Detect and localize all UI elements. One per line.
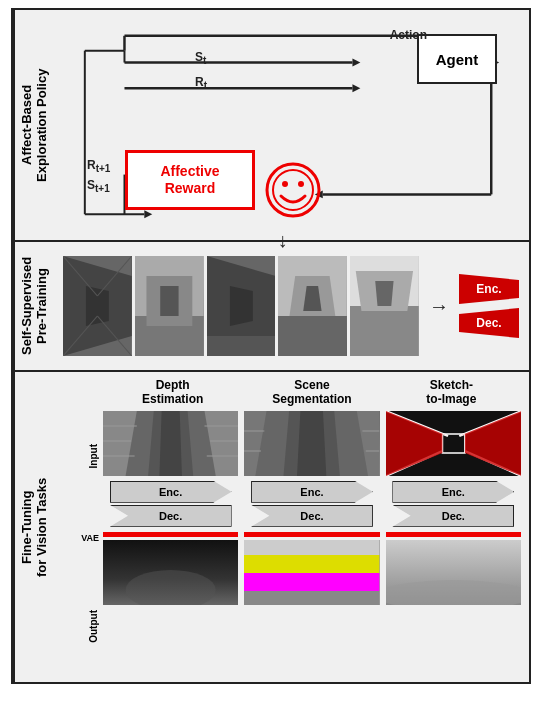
depth-enc: Enc.: [110, 481, 232, 503]
svg-point-83: [386, 580, 521, 605]
svg-point-23: [298, 181, 304, 187]
depth-output-img: [103, 540, 238, 605]
svg-rect-44: [350, 306, 419, 356]
rt-label: Rt: [195, 75, 207, 91]
svg-marker-3: [352, 84, 360, 92]
svg-marker-26: [86, 286, 109, 326]
pretrain-images: [63, 256, 419, 356]
depth-dec: Dec.: [110, 505, 232, 527]
affective-reward-label: AffectiveReward: [160, 163, 219, 197]
pretrain-img-4: [278, 256, 347, 356]
depth-input-img: [103, 411, 238, 476]
svg-marker-51: [159, 411, 182, 476]
st1-label: St+1: [87, 178, 110, 194]
sketch-dec: Dec.: [392, 505, 514, 527]
sketch-red-bar: [386, 532, 521, 537]
pretrain-img-1: [63, 256, 132, 356]
smiley-icon: [265, 162, 321, 218]
scene-enc: Enc.: [251, 481, 373, 503]
svg-point-20: [267, 164, 319, 216]
dec-shape: Dec.: [459, 308, 519, 338]
pretrain-img-5: [350, 256, 419, 356]
section3-label: Fine-Tuningfor Vision Tasks: [13, 372, 53, 682]
main-diagram: Affect-BasedExploration Policy: [11, 8, 531, 684]
task3-title: Sketch-to-Image: [382, 378, 521, 407]
sketch-output-img: [386, 540, 521, 605]
task-depth: Enc. Dec.: [103, 411, 238, 676]
svg-rect-40: [278, 316, 347, 356]
svg-rect-69: [244, 540, 379, 555]
dec-label: Dec.: [476, 316, 501, 330]
svg-rect-70: [244, 555, 379, 573]
pretrain-img-2: [135, 256, 204, 356]
task2-title: SceneSegmentation: [242, 378, 381, 407]
svg-rect-72: [244, 591, 379, 605]
pretrain-arrow: →: [425, 295, 453, 318]
section3-content: DepthEstimation SceneSegmentation Sketch…: [53, 372, 529, 682]
svg-marker-46: [375, 281, 393, 306]
section1-content: Agent St Rt Action Rt+1 St+1 AffectiveRe…: [53, 10, 529, 240]
section1-label: Affect-BasedExploration Policy: [13, 10, 53, 240]
scene-dec: Dec.: [251, 505, 373, 527]
depth-enc-dec: Enc. Dec.: [103, 479, 238, 529]
affective-reward-box: AffectiveReward: [125, 150, 255, 210]
st-label: St: [195, 50, 206, 66]
section-pretrain: Self-SupervisedPre-Training: [13, 242, 529, 372]
sketch-input-img: [386, 411, 521, 476]
section-affect: Affect-BasedExploration Policy: [13, 10, 529, 242]
scene-input-img: [244, 411, 379, 476]
task-sketch: Enc. Dec.: [386, 411, 521, 676]
vae-label: VAE: [81, 534, 99, 544]
svg-marker-34: [160, 286, 178, 316]
agent-box: Agent: [417, 34, 497, 84]
pretrain-img-3: [207, 256, 276, 356]
enc-dec-stack: Enc. Dec.: [459, 274, 519, 338]
sketch-enc-dec: Enc. Dec.: [386, 479, 521, 529]
input-label: Input: [88, 444, 99, 468]
svg-marker-63: [297, 411, 326, 476]
sketch-enc: Enc.: [392, 481, 514, 503]
section2-content: → Enc. Dec.: [53, 242, 529, 370]
depth-red-bar: [103, 532, 238, 537]
svg-marker-37: [230, 286, 253, 326]
enc-label: Enc.: [476, 282, 501, 296]
section2-label: Self-SupervisedPre-Training: [13, 242, 53, 370]
svg-point-22: [282, 181, 288, 187]
section-finetune: Fine-Tuningfor Vision Tasks DepthEstimat…: [13, 372, 529, 682]
svg-point-21: [273, 170, 313, 210]
task-scene: Enc. Dec.: [244, 411, 379, 676]
output-label: Output: [88, 610, 99, 643]
action-label: Action: [390, 28, 427, 42]
scene-output-img: [244, 540, 379, 605]
svg-marker-13: [144, 210, 152, 218]
svg-rect-38: [207, 336, 276, 356]
svg-rect-71: [244, 573, 379, 591]
rl-diagram: Agent St Rt Action Rt+1 St+1 AffectiveRe…: [65, 20, 517, 230]
scene-red-bar: [244, 532, 379, 537]
task1-title: DepthEstimation: [103, 378, 242, 407]
svg-marker-1: [352, 59, 360, 67]
rt1-label: Rt+1: [87, 158, 110, 174]
enc-shape: Enc.: [459, 274, 519, 304]
agent-label: Agent: [436, 51, 479, 68]
scene-enc-dec: Enc. Dec.: [244, 479, 379, 529]
